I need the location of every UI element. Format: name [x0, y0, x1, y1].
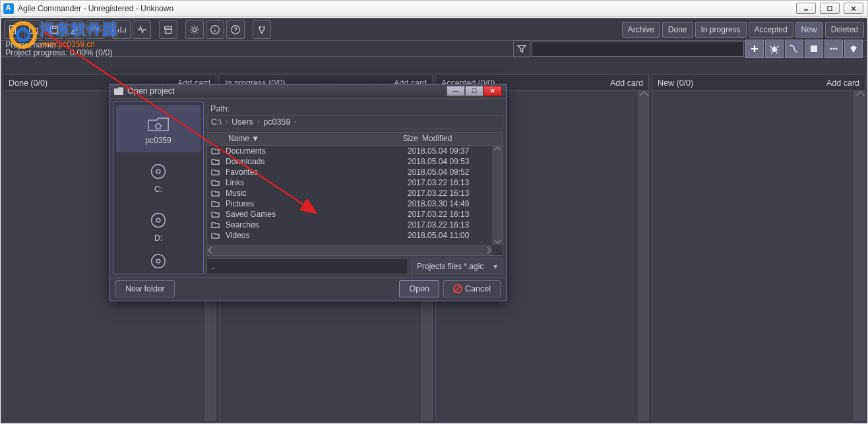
- redo-button[interactable]: [86, 20, 104, 39]
- folder-icon: [207, 210, 223, 218]
- open-project-dialog: Open project pc0359 C: D:: [109, 84, 507, 301]
- file-row[interactable]: Documents2018.05.04 09:37: [207, 146, 492, 156]
- svg-point-19: [156, 169, 160, 173]
- status-in-progress-button[interactable]: In progress: [695, 22, 747, 38]
- project-name-label: Project name:: [5, 41, 113, 49]
- file-row[interactable]: Pictures2018.03.30 14:49: [207, 198, 492, 209]
- settings-button[interactable]: [185, 20, 204, 39]
- file-list-hscrollbar[interactable]: [207, 245, 492, 255]
- place-drive-d[interactable]: D:: [116, 202, 201, 250]
- file-row[interactable]: Music2017.03.22 16:13: [207, 188, 492, 198]
- place-drive-c[interactable]: C:: [116, 154, 201, 201]
- status-filter-group: Archive Done In progress Accepted New De…: [622, 22, 864, 38]
- filter-button[interactable]: [513, 40, 530, 57]
- new-folder-button[interactable]: New folder: [115, 280, 175, 297]
- tools-button[interactable]: [253, 20, 271, 39]
- file-list: Name ▼ Size Modified Documents2018.05.04…: [206, 132, 503, 256]
- project-info-row: Project name: Project progress: 0.00% (0…: [1, 41, 867, 57]
- search-input[interactable]: [532, 41, 744, 57]
- path-label: Path:: [210, 104, 503, 113]
- file-row[interactable]: Searches2017.03.22 16:13: [207, 220, 492, 230]
- file-list-vscrollbar[interactable]: [492, 146, 503, 245]
- status-new-button[interactable]: New: [795, 22, 823, 38]
- dialog-close-button[interactable]: [483, 86, 502, 96]
- svg-point-16: [835, 47, 837, 49]
- file-modified: 2018.05.04 11:00: [408, 231, 492, 240]
- file-row[interactable]: Downloads2018.05.04 09:53: [207, 156, 492, 167]
- cancel-button[interactable]: Cancel: [443, 280, 501, 297]
- tag-tool[interactable]: [785, 40, 803, 58]
- save-project-button[interactable]: [45, 20, 63, 39]
- svg-point-22: [152, 254, 166, 268]
- column-scrollbar[interactable]: [854, 91, 865, 421]
- gem-tool[interactable]: [844, 40, 863, 58]
- svg-point-11: [772, 47, 777, 52]
- file-browser: Path: C:\ › Users › pc0359 › Name ▼ Size…: [206, 99, 506, 277]
- svg-rect-13: [811, 45, 817, 52]
- window-close-button[interactable]: [844, 3, 863, 14]
- file-row[interactable]: Favorites2018.05.04 09:52: [207, 167, 492, 177]
- col-modified[interactable]: Modified: [418, 134, 503, 143]
- file-modified: 2018.05.04 09:52: [408, 167, 492, 177]
- column-scrollbar[interactable]: [638, 91, 648, 421]
- file-name: Links: [223, 178, 381, 187]
- info-button[interactable]: [206, 20, 224, 39]
- help-button[interactable]: [226, 20, 245, 39]
- add-card-tool[interactable]: [745, 40, 764, 58]
- folder-icon: [207, 179, 223, 186]
- window-titlebar: Agile Commander - Unregistered - Unknown: [0, 0, 868, 17]
- add-card-link[interactable]: Add card: [610, 78, 643, 88]
- file-modified: 2017.03.22 16:13: [408, 220, 492, 229]
- status-done-button[interactable]: Done: [662, 22, 693, 38]
- file-row[interactable]: Links2017.03.22 16:13: [207, 177, 492, 188]
- folder-icon: [207, 189, 223, 197]
- chart-button[interactable]: [112, 20, 131, 39]
- svg-rect-7: [166, 29, 171, 33]
- folder-icon: [207, 158, 223, 165]
- status-deleted-button[interactable]: Deleted: [825, 22, 864, 38]
- file-row[interactable]: Saved Games2017.03.22 16:13: [207, 209, 492, 220]
- place-drive-extra[interactable]: [116, 251, 201, 271]
- file-row[interactable]: Videos2018.05.04 11:00: [207, 230, 492, 241]
- breadcrumb-item[interactable]: Users: [232, 117, 253, 127]
- file-modified: 2017.03.22 16:13: [408, 210, 492, 219]
- breadcrumb-item[interactable]: pc0359: [263, 117, 290, 127]
- column-new: New (0/0)Add card: [652, 75, 865, 421]
- col-size[interactable]: Size: [392, 134, 418, 143]
- new-project-button[interactable]: [4, 20, 22, 39]
- open-button[interactable]: Open: [399, 280, 439, 297]
- open-project-button[interactable]: [24, 20, 43, 39]
- window-maximize-button[interactable]: [820, 3, 840, 14]
- add-card-link[interactable]: Add card: [826, 78, 859, 88]
- archive-button[interactable]: [159, 20, 177, 39]
- dialog-maximize-button[interactable]: [465, 86, 483, 96]
- window-minimize-button[interactable]: [796, 3, 816, 14]
- note-tool[interactable]: [805, 40, 823, 58]
- activity-button[interactable]: [133, 20, 151, 39]
- place-home[interactable]: pc0359: [116, 105, 201, 152]
- col-name[interactable]: Name ▼: [223, 134, 392, 143]
- file-list-header: Name ▼ Size Modified: [207, 133, 503, 146]
- dialog-title: Open project: [127, 86, 175, 96]
- svg-rect-1: [828, 7, 832, 11]
- filename-input[interactable]: [206, 258, 408, 274]
- breadcrumb-item[interactable]: C:\: [211, 117, 222, 127]
- more-tool[interactable]: [824, 40, 843, 58]
- place-label: C:: [154, 185, 162, 194]
- dialog-titlebar[interactable]: Open project: [110, 84, 506, 99]
- filetype-dropdown[interactable]: Projects files *.agic: [411, 258, 503, 274]
- status-archive-button[interactable]: Archive: [622, 22, 660, 38]
- place-label: pc0359: [145, 136, 171, 145]
- bug-tool[interactable]: [765, 40, 784, 58]
- file-modified: 2017.03.22 16:13: [408, 178, 492, 187]
- svg-point-8: [193, 28, 196, 31]
- edit-button[interactable]: [65, 20, 84, 39]
- place-label: D:: [154, 233, 162, 243]
- cancel-label: Cancel: [465, 284, 491, 293]
- svg-point-23: [156, 259, 160, 263]
- column-title: Done (0/0): [9, 78, 47, 88]
- status-accepted-button[interactable]: Accepted: [749, 22, 793, 38]
- file-name: Music: [223, 189, 381, 198]
- dialog-minimize-button[interactable]: [447, 86, 465, 96]
- svg-point-21: [156, 218, 160, 222]
